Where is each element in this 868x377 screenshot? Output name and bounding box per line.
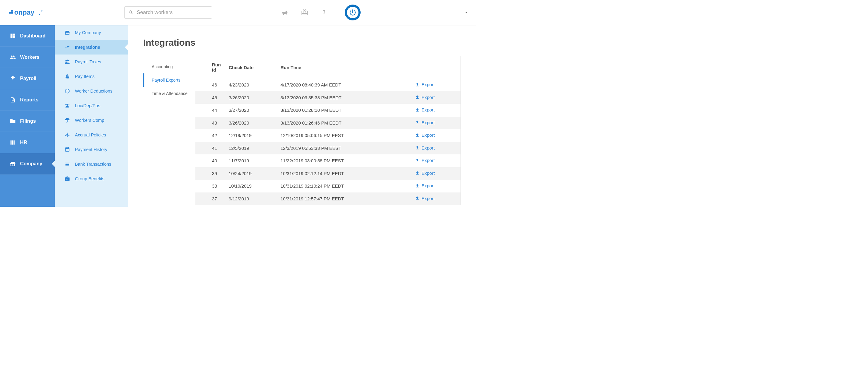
sidebar-item-reports[interactable]: Reports [0,89,55,111]
export-button[interactable]: Export [415,95,435,100]
cell-run-id: 46 [195,78,229,91]
tab-time-attendance[interactable]: Time & Attendance [143,87,195,100]
cell-run-time: 10/31/2019 02:12:14 PM EEDT [280,167,415,180]
sidebar-item-filings[interactable]: Filings [0,111,55,132]
subnav-integrations[interactable]: Integrations [55,40,128,55]
subnav-worker-deductions[interactable]: Worker Deductions [55,84,128,98]
upload-icon [415,158,420,163]
logo[interactable]: onpay ® [0,8,55,17]
grid-icon [10,33,16,39]
secondary-sidebar: My Company Integrations Payroll Taxes Pa… [55,25,128,207]
upload-icon [415,133,420,138]
svg-rect-0 [9,12,11,14]
subnav-bank-transactions[interactable]: Bank Transactions [55,157,128,171]
tab-accounting[interactable]: Accounting [143,60,195,73]
cell-check-date: 4/23/2020 [229,78,280,91]
sidebar-item-payroll[interactable]: Payroll [0,68,55,89]
deduction-icon [65,88,70,94]
subnav-label: Integrations [75,45,100,50]
svg-rect-2 [11,12,13,14]
content-row: Accounting Payroll Exports Time & Attend… [143,56,476,205]
cell-check-date: 10/10/2019 [229,180,280,192]
subnav-group-benefits[interactable]: Group Benefits [55,171,128,186]
export-button[interactable]: Export [415,145,435,151]
page-title: Integrations [143,37,476,48]
search-icon [128,10,134,15]
transactions-icon [65,161,70,167]
search-input[interactable] [137,9,208,15]
cell-run-time: 10/31/2019 12:57:47 PM EEDT [280,192,415,205]
cell-run-time: 3/13/2020 03:35:38 PM EEDT [280,91,415,104]
subnav-my-company[interactable]: My Company [55,25,128,40]
subnav-label: Accrual Policies [75,132,106,137]
subnav-label: Payment History [75,147,107,152]
plane-icon [65,132,70,138]
cell-check-date: 3/26/2020 [229,117,280,129]
app-header: onpay ® [0,0,476,25]
upload-icon [415,183,420,188]
subnav-label: Workers Comp [75,118,104,123]
hr-icon [10,139,16,146]
filings-icon [10,118,16,124]
subnav-payment-history[interactable]: Payment History [55,142,128,157]
sidebar-item-company[interactable]: Company [0,153,55,175]
col-check-date: Check Date [229,56,280,78]
export-button[interactable]: Export [415,82,435,87]
people-icon [65,103,70,108]
table-row: 37 9/12/2019 10/31/2019 12:57:47 PM EEDT… [195,192,461,205]
cell-run-id: 43 [195,117,229,129]
cell-check-date: 3/27/2020 [229,104,280,117]
upload-icon [415,120,420,125]
export-label: Export [422,95,435,100]
user-menu[interactable] [334,0,476,25]
table-row: 46 4/23/2020 4/17/2020 08:40:39 AM EEDT … [195,78,461,91]
upload-icon [415,196,420,201]
export-button[interactable]: Export [415,132,435,138]
cell-run-time: 12/10/2019 05:06:15 PM EEST [280,129,415,142]
cell-run-id: 41 [195,142,229,155]
sidebar-item-hr[interactable]: HR [0,132,55,153]
upload-icon [415,170,420,176]
subnav-pay-items[interactable]: Pay Items [55,69,128,84]
export-button[interactable]: Export [415,196,435,201]
history-icon [65,147,70,152]
megaphone-icon[interactable] [281,9,289,16]
table-row: 44 3/27/2020 3/13/2020 01:28:10 PM EEDT … [195,104,461,117]
sidebar-item-label: Reports [20,97,38,103]
help-icon[interactable] [320,9,328,16]
tab-label: Time & Attendance [152,91,188,96]
umbrella-icon [65,118,70,123]
export-button[interactable]: Export [415,170,435,176]
export-button[interactable]: Export [415,107,435,113]
cell-run-time: 3/13/2020 01:26:46 PM EEDT [280,117,415,129]
col-export [415,56,461,78]
export-button[interactable]: Export [415,158,435,163]
gift-icon[interactable] [301,9,308,16]
table-row: 41 12/5/2019 12/3/2019 05:53:33 PM EEST … [195,142,461,155]
app-body: Dashboard Workers Payroll Reports Filing… [0,25,476,207]
main-content: Integrations Accounting Payroll Exports … [128,25,476,207]
subnav-label: Pay Items [75,74,94,79]
cell-run-id: 40 [195,154,229,167]
tab-payroll-exports[interactable]: Payroll Exports [143,73,195,87]
sidebar-item-label: Company [20,161,42,166]
svg-point-6 [68,104,69,105]
subnav-loc-dep-pos[interactable]: Loc/Dep/Pos [55,98,128,113]
cell-check-date: 9/12/2019 [229,192,280,205]
subnav-label: Worker Deductions [75,89,113,93]
subnav-accrual-policies[interactable]: Accrual Policies [55,128,128,142]
sidebar-item-dashboard[interactable]: Dashboard [0,25,55,46]
export-button[interactable]: Export [415,183,435,188]
upload-icon [415,107,420,113]
chevron-down-icon [464,10,468,14]
subnav-payroll-taxes[interactable]: Payroll Taxes [55,55,128,69]
export-button[interactable]: Export [415,120,435,125]
table-row: 42 12/19/2019 12/10/2019 05:06:15 PM EES… [195,129,461,142]
sidebar-item-workers[interactable]: Workers [0,46,55,68]
subnav-workers-comp[interactable]: Workers Comp [55,113,128,128]
table-row: 38 10/10/2019 10/31/2019 02:10:24 PM EED… [195,180,461,192]
export-label: Export [422,183,435,188]
subnav-label: Bank Transactions [75,162,111,166]
sidebar-item-label: HR [20,140,27,145]
search-box[interactable] [124,6,212,19]
